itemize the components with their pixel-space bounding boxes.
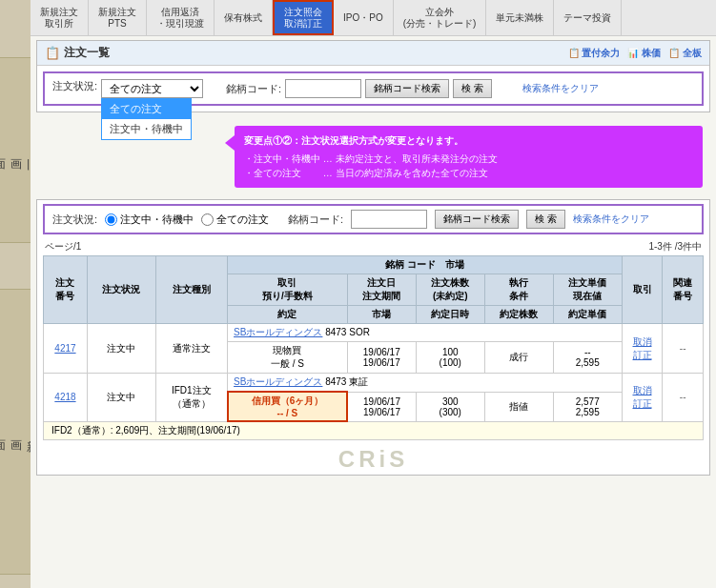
cris-text: CRiS — [338, 446, 408, 472]
th-trade-fee: 取引預り/手数料 — [228, 274, 348, 306]
status-4217: 注文中 — [87, 324, 155, 374]
status-label-new: 注文状況: — [52, 213, 97, 227]
related-4218: -- — [663, 374, 704, 422]
date-4217: 19/06/1719/06/17 — [347, 342, 416, 374]
callout-item-1: ・注文中・待機中 … 未約定注文と、取引所未発注分の注文 — [244, 152, 693, 166]
radio-pending[interactable]: 注文中・待機中 — [105, 213, 194, 227]
th-yakujo-price: 約定単価 — [553, 306, 622, 324]
action-4217: 取消訂正 — [622, 324, 663, 374]
qty-4217: 100(100) — [416, 342, 484, 374]
tab-hold-stock[interactable]: 保有株式 — [215, 0, 273, 35]
dropdown-item-pending[interactable]: 注文中・待機中 — [102, 119, 191, 139]
th-market: 市場 — [347, 306, 416, 324]
related-4217: -- — [663, 324, 704, 374]
tab-ipo-po[interactable]: IPO・PO — [334, 0, 394, 35]
old-screen-title: 注文一覧 — [64, 45, 110, 61]
status-label: 注文状況: — [52, 79, 97, 93]
callout-box: 変更点①②：注文状況選択方式が変更となります。 ・注文中・待機中 … 未約定注文… — [235, 126, 703, 188]
status-4218: 注文中 — [87, 374, 155, 422]
code-label-old: 銘柄コード: — [226, 82, 281, 96]
cancel-btn-4217[interactable]: 取消訂正 — [633, 336, 652, 360]
th-price: 注文単価現在値 — [553, 274, 622, 306]
old-screen-header: 📋 注文一覧 📋 置付余力 📊 株価 📋 全板 — [37, 41, 709, 66]
th-yakujo-qty: 約定株数 — [484, 306, 553, 324]
cris-logo: CRiS — [37, 444, 709, 475]
tab-margin-repay[interactable]: 信用返済・現引現渡 — [147, 0, 215, 35]
action-4218: 取消訂正 — [622, 374, 663, 422]
trade-4217: 現物買一般 / S — [228, 342, 348, 374]
tab-outside-exchange[interactable]: 立会外(分売・トレード) — [394, 0, 487, 35]
code-label-new: 銘柄コード: — [288, 213, 343, 227]
stock-info-4218: SBホールディングス 8473 東証 — [228, 374, 623, 393]
callout-title: 変更点①②：注文状況選択方式が変更となります。 — [244, 133, 693, 148]
action-kabuka[interactable]: 📊 株価 — [627, 47, 661, 60]
tab-small-lot[interactable]: 単元未満株 — [486, 0, 554, 35]
dropdown-item-all[interactable]: 全ての注文 — [102, 99, 191, 119]
code-search-btn-old[interactable]: 銘柄コード検索 — [365, 79, 449, 98]
tab-new-order-exchange[interactable]: 新規注文取引所 — [31, 0, 89, 35]
table-row: 4217 注文中 通常注文 SBホールディングス 8473 SOR 取消訂正 -… — [44, 324, 704, 342]
search-btn-old[interactable]: 検 索 — [453, 79, 492, 98]
date-4218: 19/06/1719/06/17 — [347, 392, 416, 421]
order-link-4217[interactable]: 4217 — [54, 343, 75, 354]
code-input-old[interactable] — [285, 79, 361, 98]
tab-theme-invest[interactable]: テーマ投資 — [554, 0, 622, 35]
stock-name-4218[interactable]: SBホールディングス — [234, 376, 322, 387]
status-dropdown[interactable]: 全ての注文 注文中・待機中 全ての注文 注文中・待機中 — [101, 79, 203, 98]
action-zenban[interactable]: 📋 全板 — [668, 47, 702, 60]
type-4218: IFD1注文（通常） — [155, 374, 227, 422]
qty-4218: 300(300) — [416, 392, 484, 421]
th-type: 注文種別 — [155, 256, 227, 324]
th-order-date: 注文日注文期間 — [347, 274, 416, 306]
order-link-4218[interactable]: 4218 — [54, 392, 75, 402]
cond-4217: 成行 — [484, 342, 553, 374]
th-order-num: 注文番号 — [44, 256, 88, 324]
trade-4218: 信用買（6ヶ月）-- / S — [228, 392, 348, 421]
page-count: 1-3件 /3件中 — [648, 240, 702, 253]
main-content: 新規注文取引所 新規注文PTS 信用返済・現引現渡 保有株式 注文照会取消訂正 … — [31, 0, 716, 588]
th-stock-market: 銘柄 コード 市場 — [228, 256, 623, 274]
dropdown-menu: 全ての注文 注文中・待機中 — [101, 98, 192, 140]
old-screen-wrapper: 📋 注文一覧 📋 置付余力 📊 株価 📋 全板 注文状況: 全ての注文 注文中・… — [36, 40, 710, 112]
price-4217: --2,595 — [553, 342, 622, 374]
action-okitsuke[interactable]: 📋 置付余力 — [568, 47, 621, 60]
tab-order-confirm[interactable]: 注文照会取消訂正 — [273, 0, 334, 35]
th-trade-action: 取引 — [622, 256, 663, 324]
ifd-info-row: IFD2（通常）: 2,609円、注文期間(19/06/17) — [44, 421, 704, 440]
code-search-btn-new[interactable]: 銘柄コード検索 — [435, 210, 519, 229]
new-screen-wrapper: 注文状況: 注文中・待機中 全ての注文 銘柄コード: 銘柄コード検索 検 索 検… — [36, 199, 710, 476]
callout-item-2: ・全ての注文 … 当日の約定済みを含めた全ての注文 — [244, 166, 693, 180]
order-table: 注文番号 注文状況 注文種別 銘柄 コード 市場 取引 関連番号 取引預り/手数… — [43, 255, 704, 440]
page-current: ページ/1 — [45, 240, 81, 253]
top-nav: 新規注文取引所 新規注文PTS 信用返済・現引現渡 保有株式 注文照会取消訂正 … — [31, 0, 716, 36]
th-related: 関連番号 — [663, 256, 704, 324]
radio-all-input[interactable] — [201, 213, 214, 226]
side-labels: 旧画面 新画面 — [0, 0, 31, 588]
stock-name-4217[interactable]: SBホールディングス — [234, 327, 322, 337]
order-num-4217: 4217 — [44, 324, 88, 374]
code-input-new[interactable] — [351, 210, 427, 229]
note-icon: 📋 — [45, 46, 60, 60]
table-row: 4218 注文中 IFD1注文（通常） SBホールディングス 8473 東証 取… — [44, 374, 704, 393]
search-btn-new[interactable]: 検 索 — [526, 210, 565, 229]
th-exec-cond: 執行条件 — [484, 274, 553, 306]
tab-new-order-pts[interactable]: 新規注文PTS — [89, 0, 147, 35]
old-screen-title-area: 📋 注文一覧 — [45, 45, 110, 61]
th-yakujo: 約定 — [228, 306, 348, 324]
order-num-4218: 4218 — [44, 374, 88, 422]
clear-btn-new[interactable]: 検索条件をクリア — [573, 213, 649, 226]
radio-all[interactable]: 全ての注文 — [201, 213, 269, 227]
clear-btn-old[interactable]: 検索条件をクリア — [522, 82, 599, 95]
th-qty: 注文株数(未約定) — [416, 274, 484, 306]
cancel-btn-4218[interactable]: 取消訂正 — [633, 385, 652, 409]
old-screen-actions: 📋 置付余力 📊 株価 📋 全板 — [568, 47, 702, 60]
status-select[interactable]: 全ての注文 注文中・待機中 — [101, 79, 203, 98]
th-yakujo-date: 約定日時 — [416, 306, 484, 324]
old-search-area: 注文状況: 全ての注文 注文中・待機中 全ての注文 注文中・待機中 銘柄コード: — [52, 79, 694, 98]
cond-4218: 指値 — [484, 392, 553, 421]
th-status: 注文状況 — [87, 256, 155, 324]
page-info: ページ/1 1-3件 /3件中 — [37, 238, 709, 255]
ifd-info-text: IFD2（通常）: 2,609円、注文期間(19/06/17) — [44, 421, 704, 440]
type-4217: 通常注文 — [155, 324, 227, 374]
radio-pending-input[interactable] — [105, 213, 117, 226]
